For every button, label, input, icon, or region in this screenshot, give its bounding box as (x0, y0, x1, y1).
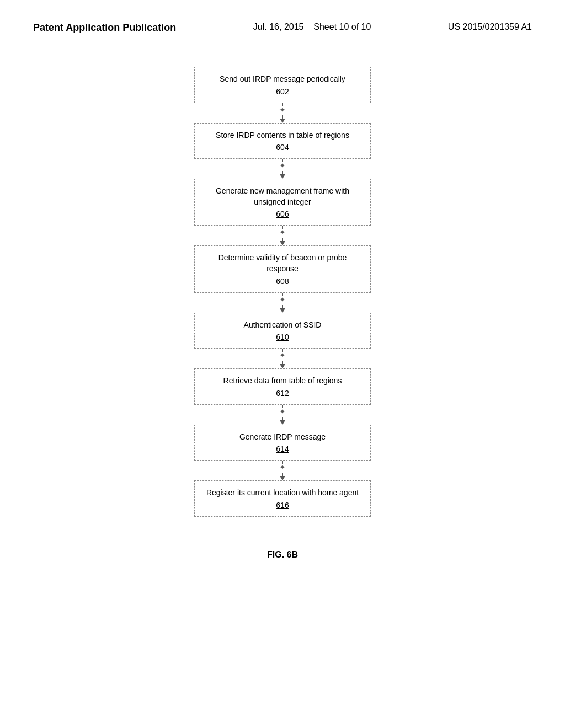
flow-box-614: Generate IRDP message 614 (194, 425, 371, 461)
arrow-head (280, 420, 285, 425)
arrow-606-608: ✦ (279, 226, 286, 245)
arrow-head (280, 308, 285, 313)
arrow-star: ✦ (279, 408, 286, 416)
flow-box-610: Authentication of SSID 610 (194, 313, 371, 349)
arrow-head (280, 119, 285, 123)
arrow-612-614: ✦ (279, 405, 286, 425)
header-patent-number: US 2015/0201359 A1 (448, 22, 532, 32)
arrow-star: ✦ (279, 229, 286, 237)
flow-box-608: Determine validity of beacon or probe re… (194, 245, 371, 292)
box-602-label: Send out IRDP message periodically (204, 74, 361, 85)
main-content: Send out IRDP message periodically 602 ✦… (0, 45, 565, 582)
flow-box-616: Register its current location with home … (194, 480, 371, 517)
header-publication-title: Patent Application Publication (33, 22, 176, 34)
arrow-star: ✦ (279, 162, 286, 170)
flow-box-612: Retrieve data from table of regions 612 (194, 368, 371, 405)
box-614-label: Generate IRDP message (204, 432, 361, 443)
box-612-label: Retrieve data from table of regions (204, 376, 361, 387)
arrow-head (280, 241, 285, 245)
header: Patent Application Publication Jul. 16, … (0, 0, 565, 45)
flow-box-606: Generate new management frame with unsig… (194, 179, 371, 226)
arrow-614-616: ✦ (279, 461, 286, 480)
figure-label: FIG. 6B (267, 550, 298, 560)
box-614-id: 614 (204, 445, 361, 453)
page: Patent Application Publication Jul. 16, … (0, 0, 565, 728)
box-610-id: 610 (204, 333, 361, 341)
arrow-star: ✦ (279, 106, 286, 114)
box-616-label: Register its current location with home … (204, 488, 361, 499)
arrow-604-606: ✦ (279, 159, 286, 179)
flowchart: Send out IRDP message periodically 602 ✦… (189, 67, 376, 517)
box-604-id: 604 (204, 143, 361, 152)
arrow-602-604: ✦ (279, 103, 286, 123)
box-606-label: Generate new management frame with unsig… (204, 186, 361, 207)
arrow-head (280, 174, 285, 179)
header-date: Jul. 16, 2015 (253, 22, 304, 31)
box-616-id: 616 (204, 501, 361, 510)
header-date-sheet: Jul. 16, 2015 Sheet 10 of 10 (253, 22, 371, 32)
flow-box-604: Store IRDP contents in table of regions … (194, 123, 371, 159)
arrow-star: ✦ (279, 352, 286, 360)
arrow-star: ✦ (279, 464, 286, 472)
flow-box-602: Send out IRDP message periodically 602 (194, 67, 371, 103)
header-sheet: Sheet 10 of 10 (313, 22, 371, 31)
box-604-label: Store IRDP contents in table of regions (204, 130, 361, 141)
box-612-id: 612 (204, 389, 361, 398)
arrow-star: ✦ (279, 296, 286, 304)
arrow-head (280, 364, 285, 368)
arrow-610-612: ✦ (279, 349, 286, 368)
arrow-head (280, 476, 285, 480)
box-608-id: 608 (204, 277, 361, 286)
box-608-label: Determine validity of beacon or probe re… (204, 253, 361, 274)
arrow-608-610: ✦ (279, 293, 286, 313)
box-610-label: Authentication of SSID (204, 320, 361, 331)
box-606-id: 606 (204, 210, 361, 218)
box-602-id: 602 (204, 87, 361, 96)
